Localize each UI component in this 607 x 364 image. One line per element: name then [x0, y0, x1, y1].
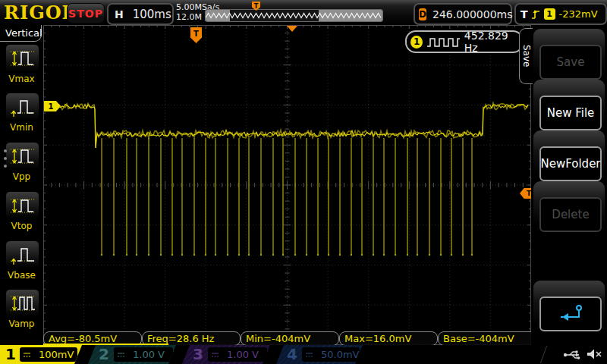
rising-edge-icon [531, 8, 541, 20]
trigger-label: T [521, 8, 528, 20]
sidebar-item-vmin[interactable] [5, 93, 39, 121]
rigol-logo: RIGOL [4, 2, 75, 24]
frequency-counter: 1 452.829 Hz [405, 30, 524, 53]
trigger-readout: T 1 -232mV [514, 3, 607, 25]
left-menu-tab: Vertical [0, 25, 42, 42]
vpp-icon [8, 146, 37, 167]
delete-button[interactable]: Delete [539, 197, 602, 232]
waveform-preview-strip [205, 9, 383, 22]
channel4-number: 4 [287, 345, 297, 364]
page-indicator-dot [4, 149, 7, 152]
channel1-tile[interactable]: 1 100mV [0, 345, 85, 364]
freq-value: 452.829 Hz [464, 30, 522, 54]
graticule-area [43, 25, 531, 345]
measurement-base: Base=-404mV [438, 331, 536, 346]
vamp-icon [8, 293, 37, 314]
trigger-channel-badge: 1 [544, 8, 555, 20]
return-arrow-icon [555, 304, 587, 324]
run-state-label: STOP [68, 8, 103, 20]
center-marker-icon [287, 26, 297, 32]
dc-coupling-icon [212, 352, 219, 358]
dc-coupling-icon [118, 352, 124, 358]
channel2-scale: 1.00 V [133, 349, 165, 360]
sidebar-item-vpp[interactable] [5, 142, 39, 171]
delay-readout: D 246.000000ms [414, 3, 512, 25]
back-button[interactable] [539, 297, 602, 331]
delay-label-badge: D [419, 8, 426, 20]
channel2-number: 2 [99, 345, 109, 364]
save-button[interactable]: Save [539, 45, 602, 80]
square-wave-icon [426, 36, 460, 48]
sidebar-item-vtop[interactable] [5, 191, 39, 220]
sidebar-item-vpp-label: Vpp [0, 171, 43, 182]
channel4-tile[interactable]: 4 50.0mV [276, 345, 366, 364]
vbase-icon [8, 244, 37, 265]
sidebar-item-vmax[interactable] [5, 44, 39, 73]
page-indicator-dot [4, 157, 7, 160]
measurement-max: Max=16.0mV [339, 331, 438, 346]
timebase-value: 100ms [133, 8, 171, 21]
oscilloscope-screen: RIGOL STOP H 100ms 5.00MSa/s 12.0M pts T… [0, 0, 607, 364]
sidebar-item-vtop-label: Vtop [0, 221, 43, 231]
channel3-scale-box: 1.00 V [208, 347, 267, 362]
vtop-icon [8, 195, 37, 216]
header-bar: RIGOL STOP H 100ms 5.00MSa/s 12.0M pts T… [0, 0, 607, 25]
delay-value: 246.000000ms [432, 8, 513, 20]
channel4-scale-box: 50.0mV [302, 347, 360, 362]
trigger-level-value: -232mV [559, 8, 598, 20]
new-folder-button[interactable]: NewFolder [539, 146, 602, 181]
measurement-min: Min=-404mV [241, 331, 339, 346]
sidebar-item-vbase[interactable] [5, 240, 39, 269]
new-file-button[interactable]: New File [539, 96, 602, 130]
sidebar-item-vbase-label: Vbase [0, 270, 43, 281]
left-menu-title: Vertical [5, 27, 42, 39]
sidebar-item-vamp[interactable] [5, 289, 39, 318]
preview-wave [206, 10, 382, 21]
vmax-icon [8, 48, 37, 69]
channel4-scale: 50.0mV [321, 349, 360, 360]
dc-coupling-icon [24, 352, 30, 358]
speaker-muted-icon [586, 347, 602, 361]
vmin-icon [8, 96, 37, 118]
usb-icon [563, 349, 583, 361]
channel2-scale-box: 1.00 V [114, 347, 173, 362]
right-menu-tab: Save [519, 28, 533, 84]
sidebar-item-vmin-label: Vmin [0, 122, 43, 133]
run-state-badge: STOP [67, 3, 105, 24]
channel3-scale: 1.00 V [227, 349, 259, 360]
channel1-number: 1 [5, 345, 16, 364]
page-indicator-dot [4, 165, 7, 168]
channel3-tile[interactable]: 3 1.00 V [182, 345, 273, 364]
waveform-display [43, 25, 531, 345]
sidebar-item-vamp-label: Vamp [0, 318, 43, 329]
freq-channel-badge: 1 [410, 36, 423, 49]
sidebar-item-vmax-label: Vmax [0, 74, 43, 84]
channel1-scale-box: 100mV [20, 347, 77, 362]
timebase-readout: H 100ms [107, 3, 174, 25]
channel2-tile[interactable]: 2 1.00 V [88, 345, 179, 364]
dc-coupling-icon [306, 352, 313, 358]
channel3-number: 3 [193, 345, 203, 364]
channel1-scale: 100mV [39, 349, 74, 360]
timebase-label: H [115, 8, 124, 20]
